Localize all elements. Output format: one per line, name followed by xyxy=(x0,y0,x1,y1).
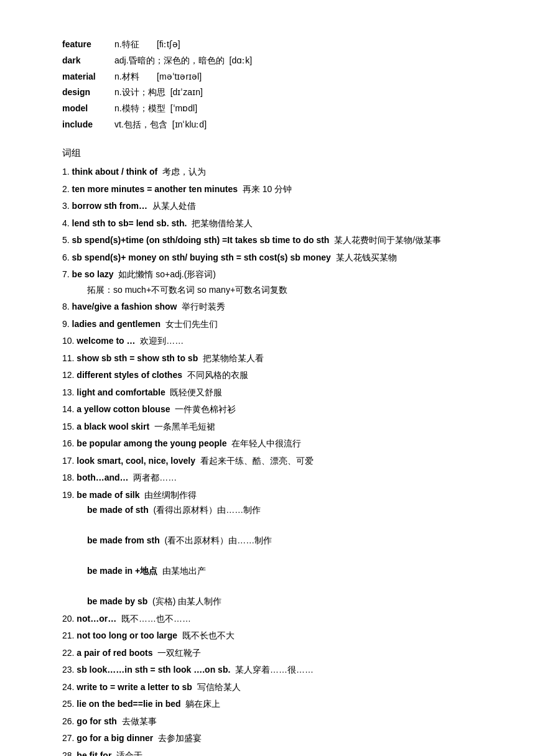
vocab-row-model: model n.模特；模型 [ˈmɒdl] xyxy=(62,101,485,116)
list-item: 24. write to = write a letter to sb 写信给某… xyxy=(62,680,485,695)
list-item: 11. show sb sth = show sth to sb 把某物给某人看 xyxy=(62,351,485,366)
phrase-chinese: 既轻便又舒服 xyxy=(170,387,222,397)
vocab-row-dark: dark adj.昏暗的；深色的，暗色的 [dɑːk] xyxy=(62,53,485,68)
phrase-chinese: 女士们先生们 xyxy=(165,319,218,329)
phrase-number: 27. xyxy=(62,733,74,743)
sub-phrase-chinese: (看不出原材料）由……制作 xyxy=(164,535,272,545)
phrase-chinese: 既不长也不大 xyxy=(182,630,235,640)
list-item: 7. be so lazy 如此懒惰 so+adj.(形容词)拓展：so muc… xyxy=(62,267,485,297)
phrase-chinese: 不同风格的衣服 xyxy=(187,370,248,380)
sub-phrase-english: be made of sth xyxy=(87,505,149,515)
phrase-english: light and comfortable xyxy=(77,387,165,397)
phrase-chinese: 把某物给某人看 xyxy=(203,353,264,363)
phrase-english: different styles of clothes xyxy=(77,370,182,380)
vocab-row-material: material n.材料 [məˈtɪərɪəl] xyxy=(62,70,485,85)
phrase-number: 7. xyxy=(62,269,70,279)
sub-item: be made by sb (宾格) 由某人制作 xyxy=(62,594,485,609)
vocab-word: model xyxy=(62,101,112,116)
list-item: 13. light and comfortable 既轻便又舒服 xyxy=(62,385,485,400)
phrases-section: 词组 1. think about / think of 考虑，认为2. ten… xyxy=(62,145,485,756)
list-item: 27. go for a big dinner 去参加盛宴 xyxy=(62,731,485,746)
phrase-english: think about / think of xyxy=(72,167,158,177)
vocab-type: n.特征 xyxy=(114,37,152,52)
sub-phrase-english: be made in +地点 xyxy=(87,566,157,576)
phrase-number: 5. xyxy=(62,235,70,245)
phrase-number: 14. xyxy=(62,404,74,414)
list-item: 1. think about / think of 考虑，认为 xyxy=(62,164,485,180)
phrase-list: 1. think about / think of 考虑，认为2. ten mo… xyxy=(62,164,485,756)
phrase-english: a yellow cotton blouse xyxy=(77,404,170,414)
vocab-row-design: design n.设计；构思 [dɪˈzaɪn] xyxy=(62,85,485,100)
phrase-english: lend sth to sb= lend sb. sth. xyxy=(72,218,187,228)
list-item: 4. lend sth to sb= lend sb. sth. 把某物借给某人 xyxy=(62,216,485,231)
phrase-number: 19. xyxy=(62,490,74,500)
list-item: 8. have/give a fashion show 举行时装秀 xyxy=(62,299,485,315)
phrase-chinese: 举行时装秀 xyxy=(182,302,225,311)
phrase-chinese: 考虑，认为 xyxy=(162,167,206,177)
phrase-number: 28. xyxy=(62,750,74,756)
sub-phrase-chinese: (宾格) 由某人制作 xyxy=(152,596,221,606)
vocab-type: vt.包括，包含 xyxy=(114,118,167,132)
phrase-chinese: 适合于 xyxy=(116,750,142,756)
sub-item: be made of sth (看得出原材料）由……制作 xyxy=(62,502,485,518)
phrase-chinese: 两者都…… xyxy=(133,472,177,482)
phrase-chinese: 去参加盛宴 xyxy=(158,733,202,743)
phrase-number: 6. xyxy=(62,252,70,262)
phrase-number: 17. xyxy=(62,456,74,466)
phrase-chinese: 欢迎到…… xyxy=(140,336,184,346)
phrase-english: write to = write a letter to sb xyxy=(77,682,192,692)
phrase-english: sb look……in sth = sth look ….on sb. xyxy=(77,665,230,675)
phrase-number: 11. xyxy=(62,353,74,363)
phrase-chinese: 某人花钱买某物 xyxy=(336,252,397,262)
vocab-word: material xyxy=(62,70,112,85)
phrase-chinese: 如此懒惰 so+adj.(形容词) xyxy=(118,269,216,279)
phrase-number: 15. xyxy=(62,422,74,431)
vocab-word: dark xyxy=(62,53,112,68)
vocab-phonetic: [ˈmɒdl] xyxy=(170,101,197,116)
phrase-english: be fit for xyxy=(77,750,111,756)
phrase-english: be so lazy xyxy=(72,269,114,279)
vocab-type: n.设计；构思 xyxy=(114,85,165,100)
list-item: 28. be fit for 适合于 xyxy=(62,748,485,756)
phrase-english: be made of silk xyxy=(77,490,139,500)
sub-phrase-english: be made from sth xyxy=(87,535,160,545)
vocab-word: feature xyxy=(62,37,112,52)
phrase-number: 23. xyxy=(62,665,74,675)
phrase-english: sb spend(s)+time (on sth/doing sth) =It … xyxy=(72,235,330,245)
phrase-number: 20. xyxy=(62,614,74,624)
list-item: 26. go for sth 去做某事 xyxy=(62,714,485,729)
vocab-phonetic: [məˈtɪərɪəl] xyxy=(157,70,202,85)
list-item: 15. a black wool skirt 一条黑羊毛短裙 xyxy=(62,419,485,435)
sub-phrase-chinese: (看得出原材料）由……制作 xyxy=(154,505,261,515)
list-item: 5. sb spend(s)+time (on sth/doing sth) =… xyxy=(62,233,485,248)
phrase-english: show sb sth = show sth to sb xyxy=(77,353,198,363)
list-item: 10. welcome to … 欢迎到…… xyxy=(62,333,485,349)
phrase-number: 25. xyxy=(62,699,74,709)
phrase-chinese: 某人穿着……很…… xyxy=(235,665,314,675)
list-item: 21. not too long or too large 既不长也不大 xyxy=(62,628,485,643)
phrase-chinese: 某人花费时间于某物/做某事 xyxy=(334,235,441,245)
vocab-type: adj.昏暗的；深色的，暗色的 xyxy=(114,53,225,68)
phrase-english: ladies and gentlemen xyxy=(72,319,160,329)
phrase-english: a pair of red boots xyxy=(77,648,152,658)
phrase-english: go for sth xyxy=(77,716,117,726)
phrase-english: ten more minutes = another ten minutes xyxy=(72,184,238,194)
sub-phrase-english: be made by sb xyxy=(87,596,147,606)
list-item: 2. ten more minutes = another ten minute… xyxy=(62,182,485,197)
phrase-chinese: 由丝绸制作得 xyxy=(144,490,197,500)
phrase-number: 4. xyxy=(62,218,70,228)
phrase-english: not too long or too large xyxy=(77,630,177,640)
phrase-chinese: 把某物借给某人 xyxy=(192,218,253,228)
vocab-type: n.模特；模型 xyxy=(114,101,165,116)
vocab-row-include: include vt.包括，包含 [ɪnˈkluːd] xyxy=(62,118,485,132)
vocab-phonetic: [fiːtʃə] xyxy=(157,37,180,52)
vocab-type: n.材料 xyxy=(114,70,152,85)
phrase-english: be popular among the young people xyxy=(77,438,226,448)
vocab-word: include xyxy=(62,118,112,132)
phrase-chinese: 躺在床上 xyxy=(185,699,220,709)
phrase-chinese: 一条黑羊毛短裙 xyxy=(154,422,215,431)
phrase-number: 12. xyxy=(62,370,74,380)
list-item: 22. a pair of red boots 一双红靴子 xyxy=(62,645,485,661)
list-item: 9. ladies and gentlemen 女士们先生们 xyxy=(62,316,485,332)
phrase-chinese: 一件黄色棉衬衫 xyxy=(175,404,236,414)
